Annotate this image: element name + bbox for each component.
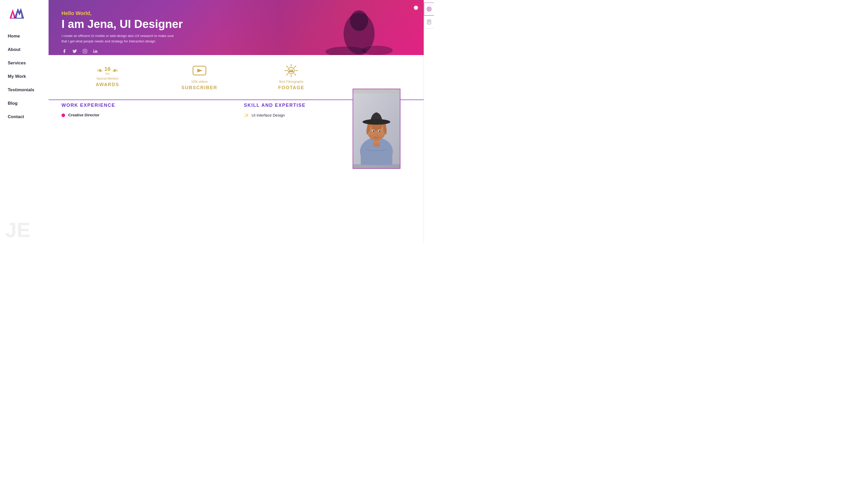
svg-point-33: [427, 7, 431, 11]
svg-point-23: [288, 67, 294, 74]
svg-point-20: [379, 130, 380, 132]
award-date: 16 Oct: [104, 66, 111, 75]
svg-point-34: [428, 8, 429, 8]
facebook-icon[interactable]: [61, 48, 67, 54]
svg-line-28: [286, 66, 288, 68]
awards-sublabel: Special Mention: [96, 77, 118, 80]
nav-item-blog[interactable]: Blog: [8, 97, 41, 110]
portrait-card: [352, 89, 400, 169]
svg-line-30: [294, 66, 296, 68]
settings-icon[interactable]: [413, 5, 418, 11]
svg-rect-7: [83, 49, 87, 53]
footage-sublabel: Best Filmography: [279, 80, 303, 84]
svg-line-29: [294, 74, 296, 76]
work-dot: [61, 113, 65, 117]
svg-point-36: [429, 9, 430, 10]
document-button[interactable]: [424, 16, 434, 28]
subscriber-label: SUBSCRIBER: [181, 85, 217, 90]
logo: [0, 5, 49, 29]
twitter-icon[interactable]: [72, 48, 78, 54]
laurel-right: ❧: [112, 67, 118, 74]
hero-section: Hello World, I am Jena, UI Designer I cr…: [49, 0, 424, 55]
svg-point-19: [373, 130, 374, 132]
svg-point-6: [362, 46, 393, 55]
linkedin-icon[interactable]: [92, 48, 98, 54]
hero-socials: [61, 48, 183, 54]
stat-footage: Best Filmography FOOTAGE: [245, 63, 337, 90]
main-content: Hello World, I am Jena, UI Designer I cr…: [49, 0, 424, 243]
awards-label: AWARDS: [96, 82, 119, 87]
nav-item-testimonials[interactable]: Testimonials: [8, 83, 41, 97]
svg-rect-38: [427, 20, 431, 24]
nav-item-contact[interactable]: Contact: [8, 110, 41, 123]
work-experience-title: WORK EXPERIENCE: [61, 103, 228, 108]
work-title-creative-director: Creative Director: [68, 113, 99, 117]
nav-item-mywork[interactable]: My Work: [8, 70, 41, 83]
svg-line-31: [286, 74, 288, 76]
award-laurels: ❧ 16 Oct ❧: [97, 66, 118, 75]
nav-item-home[interactable]: Home: [8, 29, 41, 43]
work-item-creative-director: Creative Director: [61, 113, 228, 117]
subscriber-icon: [190, 63, 209, 78]
portrait-image: [353, 89, 400, 168]
footage-icon: [282, 63, 300, 78]
svg-marker-22: [197, 69, 203, 73]
svg-point-37: [428, 9, 429, 10]
nav-item-about[interactable]: About: [8, 43, 41, 56]
skill-wand-icon: ✨: [244, 113, 249, 118]
skill-name-ui: UI Interface Design: [252, 113, 285, 117]
svg-rect-12: [361, 146, 392, 165]
portrait-container: ❧ 16 Oct ❧ Special Mention AWARDS: [49, 55, 424, 125]
hero-title: I am Jena, UI Designer: [61, 18, 183, 30]
svg-point-9: [94, 49, 94, 50]
sidebar-watermark: JE: [5, 220, 30, 240]
laurel-left: ❧: [97, 67, 103, 74]
palette-button[interactable]: [424, 3, 434, 16]
work-experience-col: WORK EXPERIENCE Creative Director: [61, 103, 228, 120]
subscriber-sublabel: 100k videos: [191, 80, 208, 84]
stat-subscriber: 100k videos SUBSCRIBER: [153, 63, 245, 90]
svg-point-16: [363, 119, 390, 125]
instagram-icon[interactable]: [82, 48, 88, 54]
hero-description: I create an efficient UI mobile or web d…: [61, 33, 175, 44]
hero-greeting: Hello World,: [61, 10, 183, 16]
footage-label: FOOTAGE: [278, 85, 305, 90]
right-panel: [424, 0, 434, 243]
svg-point-35: [429, 8, 430, 8]
stat-awards: ❧ 16 Oct ❧ Special Mention AWARDS: [61, 66, 153, 87]
svg-point-32: [289, 69, 290, 70]
nav-menu: Home About Services My Work Testimonials…: [0, 29, 49, 123]
sidebar: Home About Services My Work Testimonials…: [0, 0, 49, 243]
nav-item-services[interactable]: Services: [8, 56, 41, 70]
hero-content: Hello World, I am Jena, UI Designer I cr…: [61, 10, 183, 54]
